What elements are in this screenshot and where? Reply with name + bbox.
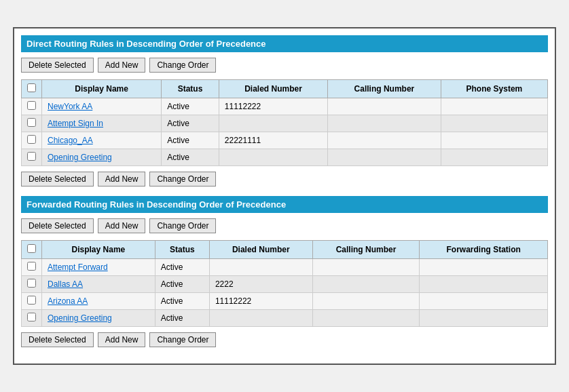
table-row: Opening Greeting Active [22,310,548,327]
table-row: Chicago_AA Active 22221111 [22,132,548,149]
forwarded-row-dialed-2: 11112222 [209,293,312,310]
forwarded-row-calling-1 [312,276,420,293]
direct-row-extra-2 [441,132,547,149]
direct-checkbox-3[interactable] [27,152,36,161]
forwarded-row-status-3: Active [155,310,209,327]
forwarded-delete-bottom-button[interactable]: Delete Selected [21,332,94,347]
direct-row-check-1[interactable] [22,115,42,132]
forwarded-row-name-3: Opening Greeting [42,310,155,327]
forwarded-col-dialed: Dialed Number [209,241,312,259]
direct-order-top-button[interactable]: Change Order [149,58,216,73]
direct-col-status: Status [162,80,219,98]
direct-row-status-2: Active [162,132,219,149]
direct-checkbox-0[interactable] [27,101,36,110]
main-container: Direct Routing Rules in Descending Order… [13,27,556,365]
forwarded-link-3[interactable]: Opening Greeting [48,313,112,323]
direct-row-status-1: Active [162,115,219,132]
forwarded-col-calling: Calling Number [312,241,420,259]
forwarded-add-top-button[interactable]: Add New [98,218,146,233]
direct-top-toolbar: Delete Selected Add New Change Order [21,56,548,74]
forwarded-row-name-0: Attempt Forward [42,259,155,276]
direct-col-phonesys: Phone System [441,80,547,98]
direct-delete-bottom-button[interactable]: Delete Selected [21,172,94,187]
forwarded-row-dialed-1: 2222 [209,276,312,293]
direct-checkbox-1[interactable] [27,118,36,127]
table-row: Attempt Forward Active [22,259,548,276]
direct-row-extra-3 [441,149,547,166]
direct-routing-section: Direct Routing Rules in Descending Order… [21,35,548,188]
forwarded-link-1[interactable]: Dallas AA [48,279,83,289]
direct-row-calling-3 [328,149,441,166]
direct-row-extra-1 [441,115,547,132]
direct-routing-header: Direct Routing Rules in Descending Order… [21,35,548,52]
direct-col-dialed: Dialed Number [219,80,327,98]
forwarded-order-top-button[interactable]: Change Order [149,218,216,233]
direct-row-status-3: Active [162,149,219,166]
direct-row-name-1: Attempt Sign In [42,115,162,132]
table-row: Opening Greeting Active [22,149,548,166]
direct-row-name-0: NewYork AA [42,98,162,115]
direct-row-dialed-2: 22221111 [219,132,327,149]
direct-row-calling-1 [328,115,441,132]
direct-delete-top-button[interactable]: Delete Selected [21,58,94,73]
direct-row-calling-0 [328,98,441,115]
table-row: Arizona AA Active 11112222 [22,293,548,310]
direct-col-name: Display Name [42,80,162,98]
forwarded-row-extra-1 [420,276,548,293]
direct-row-dialed-3 [219,149,327,166]
direct-col-check [22,80,42,98]
direct-order-bottom-button[interactable]: Change Order [149,172,216,187]
forwarded-row-name-2: Arizona AA [42,293,155,310]
forwarded-link-2[interactable]: Arizona AA [48,296,88,306]
forwarded-checkbox-1[interactable] [27,279,36,288]
forwarded-col-check [22,241,42,259]
direct-row-dialed-1 [219,115,327,132]
direct-checkbox-2[interactable] [27,135,36,144]
direct-row-dialed-0: 11112222 [219,98,327,115]
direct-add-bottom-button[interactable]: Add New [98,172,146,187]
direct-link-3[interactable]: Opening Greeting [48,153,112,162]
forwarded-row-check-1[interactable] [22,276,42,293]
direct-row-check-3[interactable] [22,149,42,166]
forwarded-row-status-1: Active [155,276,209,293]
forwarded-row-dialed-3 [209,310,312,327]
direct-row-status-0: Active [162,98,219,115]
forwarded-row-calling-3 [312,310,420,327]
direct-row-check-0[interactable] [22,98,42,115]
forwarded-row-extra-2 [420,293,548,310]
direct-select-all-checkbox[interactable] [27,83,36,92]
forwarded-row-extra-0 [420,259,548,276]
forwarded-routing-header: Forwarded Routing Rules in Descending Or… [21,196,548,213]
direct-link-2[interactable]: Chicago_AA [48,136,93,145]
forwarded-col-name: Display Name [42,241,155,259]
forwarded-link-0[interactable]: Attempt Forward [48,262,108,272]
forwarded-row-dialed-0 [209,259,312,276]
forwarded-order-bottom-button[interactable]: Change Order [149,332,216,347]
forwarded-row-calling-0 [312,259,420,276]
forwarded-row-name-1: Dallas AA [42,276,155,293]
direct-row-calling-2 [328,132,441,149]
direct-bottom-toolbar: Delete Selected Add New Change Order [21,170,548,188]
forwarded-routing-table: Display Name Status Dialed Number Callin… [21,240,548,327]
forwarded-checkbox-2[interactable] [27,296,36,305]
direct-row-name-2: Chicago_AA [42,132,162,149]
direct-row-check-2[interactable] [22,132,42,149]
forwarded-row-check-0[interactable] [22,259,42,276]
forwarded-row-check-2[interactable] [22,293,42,310]
table-row: Attempt Sign In Active [22,115,548,132]
forwarded-select-all-checkbox[interactable] [27,244,36,253]
forwarded-row-status-2: Active [155,293,209,310]
forwarded-row-check-3[interactable] [22,310,42,327]
forwarded-checkbox-3[interactable] [27,313,36,321]
forwarded-add-bottom-button[interactable]: Add New [98,332,146,347]
direct-routing-table: Display Name Status Dialed Number Callin… [21,79,548,166]
forwarded-routing-section: Forwarded Routing Rules in Descending Or… [21,196,548,349]
table-row: Dallas AA Active 2222 [22,276,548,293]
table-row: NewYork AA Active 11112222 [22,98,548,115]
forwarded-row-extra-3 [420,310,548,327]
direct-link-0[interactable]: NewYork AA [48,102,92,111]
direct-link-1[interactable]: Attempt Sign In [48,119,103,128]
forwarded-checkbox-0[interactable] [27,262,36,271]
forwarded-delete-top-button[interactable]: Delete Selected [21,218,94,233]
direct-add-top-button[interactable]: Add New [98,58,146,73]
